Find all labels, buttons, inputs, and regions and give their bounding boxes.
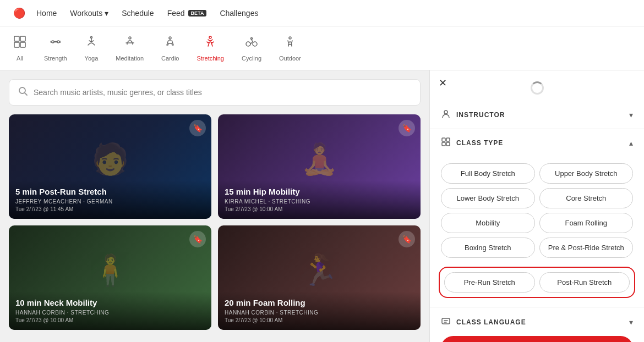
show-all-classes-button[interactable]: SHOW ALL CLASSES bbox=[441, 336, 633, 342]
svg-line-18 bbox=[25, 93, 28, 96]
class-type-boxing-stretch[interactable]: Boxing Stretch bbox=[441, 238, 535, 258]
class-type-mobility[interactable]: Mobility bbox=[441, 213, 535, 233]
main-content: 🧑 🔖 5 min Post-Run Stretch JEFFREY MCEAC… bbox=[0, 70, 644, 342]
class-type-pre-post-ride[interactable]: Pre & Post-Ride Stretch bbox=[539, 238, 634, 258]
category-strength[interactable]: Strength bbox=[44, 35, 67, 62]
svg-point-10 bbox=[129, 37, 131, 39]
filter-panel: ✕ INSTRUCTOR ▾ bbox=[429, 70, 644, 342]
svg-point-12 bbox=[209, 36, 211, 38]
video-date: Tue 2/7/23 @ 11:45 AM bbox=[15, 206, 205, 212]
chevron-up-icon: ▴ bbox=[629, 139, 633, 147]
category-bar: All Strength Yoga Meditation Cardio Stre… bbox=[0, 26, 644, 70]
class-language-header[interactable]: CLASS LANGUAGE ▾ bbox=[441, 316, 633, 328]
nav-workouts[interactable]: Workouts ▾ bbox=[70, 9, 108, 18]
class-type-pre-run-stretch[interactable]: Pre-Run Stretch bbox=[444, 272, 535, 293]
video-card[interactable]: 🏃‍♀️ 🔖 20 min Foam Rolling HANNAH CORBIN… bbox=[218, 225, 421, 330]
peloton-logo: 🔴 bbox=[13, 7, 25, 19]
svg-rect-3 bbox=[20, 42, 25, 47]
svg-point-5 bbox=[57, 41, 59, 43]
svg-point-9 bbox=[90, 36, 92, 38]
svg-rect-1 bbox=[20, 36, 25, 41]
class-type-section: CLASS TYPE ▴ Full Body Stretch Upper Bod… bbox=[430, 129, 644, 307]
bookmark-button[interactable]: 🔖 bbox=[399, 231, 415, 247]
category-cycling[interactable]: Cycling bbox=[242, 35, 261, 62]
instructor-header[interactable]: INSTRUCTOR ▾ bbox=[430, 101, 644, 129]
class-type-full-body-stretch[interactable]: Full Body Stretch bbox=[441, 163, 535, 184]
instructor-section: INSTRUCTOR ▾ bbox=[430, 101, 644, 129]
category-cardio[interactable]: Cardio bbox=[161, 35, 179, 62]
class-type-header[interactable]: CLASS TYPE ▴ bbox=[430, 129, 644, 157]
category-yoga[interactable]: Yoga bbox=[85, 35, 99, 62]
video-meta: HANNAH CORBIN · STRETCHING bbox=[225, 310, 414, 316]
video-date: Tue 2/7/23 @ 10:00 AM bbox=[15, 317, 205, 323]
video-date: Tue 2/7/23 @ 10:00 AM bbox=[225, 206, 414, 212]
video-date: Tue 2/7/23 @ 10:00 AM bbox=[225, 317, 414, 323]
video-title: 10 min Neck Mobility bbox=[15, 298, 205, 307]
svg-point-13 bbox=[246, 42, 250, 46]
category-stretching[interactable]: Stretching bbox=[197, 35, 224, 62]
yoga-icon bbox=[85, 35, 98, 52]
bookmark-button[interactable]: 🔖 bbox=[399, 120, 415, 136]
class-type-core-stretch[interactable]: Core Stretch bbox=[539, 188, 634, 208]
cycling-icon bbox=[245, 35, 258, 52]
video-meta: JEFFREY MCEACHERN · GERMAN bbox=[15, 198, 205, 205]
category-all[interactable]: All bbox=[13, 35, 26, 62]
strength-icon bbox=[49, 35, 62, 52]
class-type-grid: Full Body Stretch Upper Body Stretch Low… bbox=[430, 157, 644, 267]
nav-challenges[interactable]: Challenges bbox=[220, 9, 258, 18]
highlighted-class-types: Pre-Run Stretch Post-Run Stretch bbox=[439, 267, 635, 298]
meditation-icon bbox=[123, 35, 137, 52]
beta-badge: BETA bbox=[188, 10, 207, 16]
svg-rect-20 bbox=[442, 138, 445, 141]
nav-feed[interactable]: Feed BETA bbox=[167, 9, 207, 18]
svg-rect-7 bbox=[51, 41, 52, 42]
class-type-upper-body-stretch[interactable]: Upper Body Stretch bbox=[539, 163, 634, 184]
spinner bbox=[531, 81, 544, 95]
svg-point-4 bbox=[52, 41, 54, 43]
cardio-icon bbox=[163, 35, 177, 52]
stretching-icon bbox=[204, 35, 217, 52]
bookmark-button[interactable]: 🔖 bbox=[189, 120, 206, 136]
video-card[interactable]: 🧑 🔖 5 min Post-Run Stretch JEFFREY MCEAC… bbox=[9, 114, 211, 219]
svg-rect-2 bbox=[14, 42, 19, 47]
loading-indicator bbox=[430, 70, 644, 101]
class-language-section: CLASS LANGUAGE ▾ SHOW ALL CLASSES Englis… bbox=[430, 307, 644, 342]
navigation: 🔴 Home Workouts ▾ Schedule Feed BETA Cha… bbox=[0, 0, 644, 26]
svg-point-19 bbox=[444, 111, 447, 114]
nav-home[interactable]: Home bbox=[36, 9, 57, 18]
outdoor-icon bbox=[283, 35, 297, 52]
video-card[interactable]: 🧘 🔖 15 min Hip Mobility KIRRA MICHEL · S… bbox=[218, 114, 421, 219]
search-icon bbox=[18, 86, 28, 98]
class-type-icon bbox=[441, 137, 451, 149]
svg-rect-0 bbox=[14, 36, 19, 41]
video-card[interactable]: 🧍 🔖 10 min Neck Mobility HANNAH CORBIN ·… bbox=[9, 225, 211, 330]
svg-point-15 bbox=[251, 37, 253, 39]
video-title: 15 min Hip Mobility bbox=[225, 187, 414, 196]
svg-rect-24 bbox=[442, 318, 450, 324]
svg-rect-23 bbox=[446, 142, 450, 146]
close-button[interactable]: ✕ bbox=[439, 77, 447, 89]
class-type-post-run-stretch[interactable]: Post-Run Stretch bbox=[539, 272, 630, 293]
category-meditation[interactable]: Meditation bbox=[116, 35, 144, 62]
instructor-icon bbox=[441, 109, 451, 121]
category-outdoor[interactable]: Outdoor bbox=[279, 35, 301, 62]
svg-rect-22 bbox=[442, 142, 445, 146]
left-panel: 🧑 🔖 5 min Post-Run Stretch JEFFREY MCEAC… bbox=[0, 70, 429, 342]
video-title: 20 min Foam Rolling bbox=[225, 298, 414, 307]
svg-rect-8 bbox=[59, 41, 61, 42]
class-language-icon bbox=[441, 316, 451, 328]
bookmark-button[interactable]: 🔖 bbox=[189, 231, 206, 247]
nav-schedule[interactable]: Schedule bbox=[122, 9, 154, 18]
all-icon bbox=[13, 35, 26, 52]
video-title: 5 min Post-Run Stretch bbox=[15, 187, 205, 196]
chevron-down-icon: ▾ bbox=[629, 111, 633, 119]
search-input[interactable] bbox=[34, 88, 411, 97]
svg-point-14 bbox=[253, 42, 257, 46]
video-grid: 🧑 🔖 5 min Post-Run Stretch JEFFREY MCEAC… bbox=[9, 114, 421, 330]
class-type-foam-rolling[interactable]: Foam Rolling bbox=[539, 213, 634, 233]
class-type-lower-body-stretch[interactable]: Lower Body Stretch bbox=[441, 188, 535, 208]
svg-point-11 bbox=[169, 37, 171, 39]
svg-point-16 bbox=[289, 37, 291, 39]
search-bar[interactable] bbox=[9, 79, 421, 106]
video-meta: KIRRA MICHEL · STRETCHING bbox=[225, 198, 414, 205]
